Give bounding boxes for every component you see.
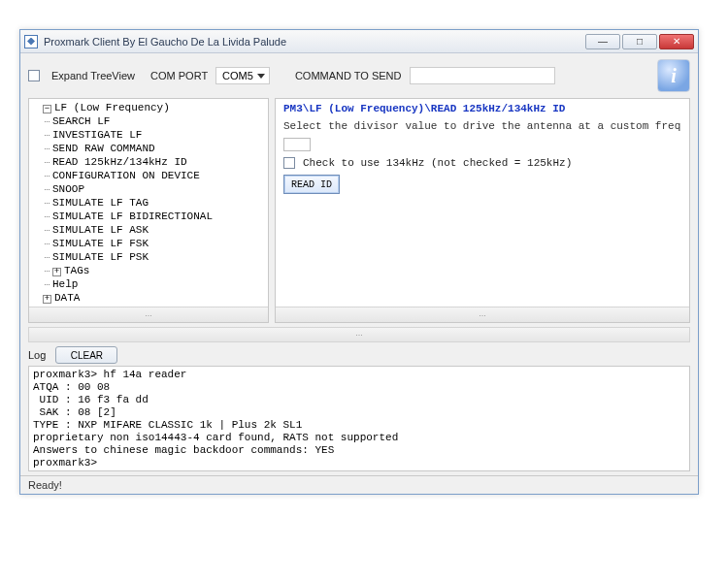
detail-horizontal-scrollbar[interactable]: ··· xyxy=(276,307,689,322)
split-horizontal-scrollbar[interactable]: ··· xyxy=(28,327,690,342)
expand-icon[interactable]: + xyxy=(43,295,51,304)
tree-root-label: LF (Low Frequency) xyxy=(54,102,170,113)
tree-item[interactable]: READ 125kHz/134kHz ID xyxy=(33,155,264,169)
breadcrumb: PM3\LF (Low Frequency)\READ 125kHz/134kH… xyxy=(283,103,681,114)
read-id-button[interactable]: READ ID xyxy=(283,175,340,194)
window-title: Proxmark Client By El Gaucho De La Livid… xyxy=(44,36,585,48)
close-button[interactable]: ✕ xyxy=(659,34,694,49)
clear-log-button[interactable]: CLEAR xyxy=(55,346,117,364)
use-134khz-label: Check to use 134kHz (not checked = 125kH… xyxy=(303,157,572,169)
collapse-icon[interactable]: − xyxy=(43,105,51,113)
command-description: Select the divisor value to drive the an… xyxy=(283,120,681,132)
main-split: −LF (Low Frequency) SEARCH LF INVESTIGAT… xyxy=(20,98,698,323)
status-bar: Ready! xyxy=(20,475,698,494)
use-134khz-row: Check to use 134kHz (not checked = 125kH… xyxy=(283,157,681,169)
comport-value: COM5 xyxy=(222,70,253,81)
log-toolbar: Log CLEAR xyxy=(20,342,698,366)
tree-item[interactable]: SIMULATE LF FSK xyxy=(33,237,264,250)
tree-item[interactable]: SEND RAW COMMAND xyxy=(33,142,264,155)
tree-item[interactable]: SIMULATE LF ASK xyxy=(33,223,264,237)
tree-item[interactable]: SIMULATE LF TAG xyxy=(33,196,264,210)
tree-item[interactable]: SNOOP xyxy=(33,182,264,196)
tree-data-label: DATA xyxy=(54,292,80,304)
command-to-send-input[interactable] xyxy=(410,67,555,84)
command-tree[interactable]: −LF (Low Frequency) SEARCH LF INVESTIGAT… xyxy=(29,99,268,307)
command-to-send-label: COMMAND TO SEND xyxy=(295,70,402,81)
tree-horizontal-scrollbar[interactable]: ··· xyxy=(29,307,268,322)
expand-treeview-checkbox[interactable] xyxy=(28,70,40,81)
tree-item-data[interactable]: +DATA xyxy=(33,291,264,305)
tree-item[interactable]: SEARCH LF xyxy=(33,114,264,128)
toolbar: Expand TreeView COM PORT COM5 COMMAND TO… xyxy=(20,53,698,98)
tree-panel: −LF (Low Frequency) SEARCH LF INVESTIGAT… xyxy=(28,98,269,323)
tree-root[interactable]: −LF (Low Frequency) xyxy=(33,101,264,114)
titlebar[interactable]: Proxmark Client By El Gaucho De La Livid… xyxy=(20,30,698,53)
tree-item[interactable]: CONFIGURATION ON DEVICE xyxy=(33,169,264,182)
comport-label: COM PORT xyxy=(150,70,208,81)
tree-tags-label: TAGs xyxy=(64,265,89,276)
app-window: Proxmark Client By El Gaucho De La Livid… xyxy=(19,29,699,495)
comport-select[interactable]: COM5 xyxy=(215,67,270,84)
window-controls: — □ ✕ xyxy=(585,34,694,49)
tree-item[interactable]: SIMULATE LF BIDIRECTIONAL xyxy=(33,210,264,223)
detail-content: PM3\LF (Low Frequency)\READ 125kHz/134kH… xyxy=(276,99,689,307)
tree-item[interactable]: SIMULATE LF PSK xyxy=(33,250,264,264)
detail-panel: PM3\LF (Low Frequency)\READ 125kHz/134kH… xyxy=(275,98,690,323)
use-134khz-checkbox[interactable] xyxy=(283,157,295,169)
tree-item-help[interactable]: Help xyxy=(33,277,264,291)
divisor-input[interactable] xyxy=(283,138,311,151)
info-icon[interactable]: i xyxy=(657,59,690,92)
log-output[interactable]: proxmark3> hf 14a reader ATQA : 00 08 UI… xyxy=(28,366,690,471)
tree-item[interactable]: INVESTIGATE LF xyxy=(33,128,264,142)
minimize-button[interactable]: — xyxy=(585,34,620,49)
expand-icon[interactable]: + xyxy=(52,268,61,276)
tree-item-tags[interactable]: +TAGs xyxy=(33,264,264,277)
log-label: Log xyxy=(28,349,46,361)
maximize-button[interactable]: □ xyxy=(622,34,657,49)
expand-treeview-label: Expand TreeView xyxy=(51,70,135,81)
app-icon xyxy=(24,35,38,48)
